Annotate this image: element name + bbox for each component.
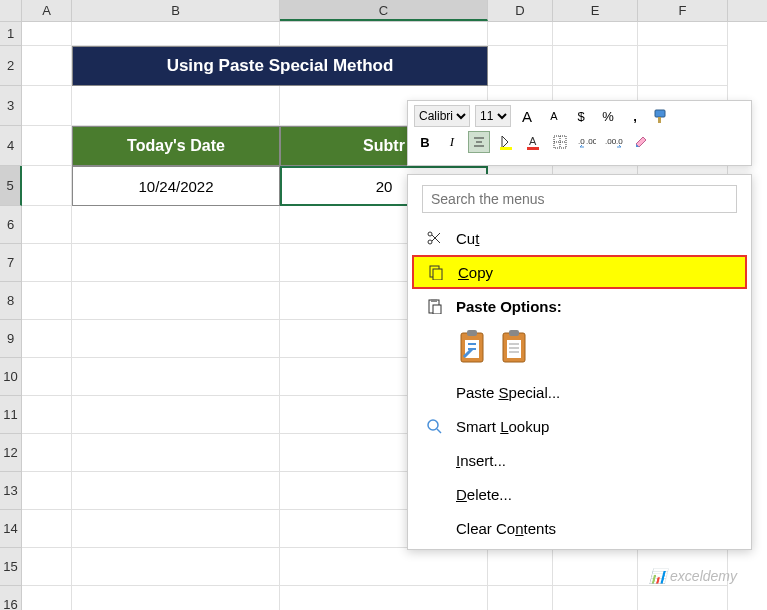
paste-default-icon[interactable]	[458, 329, 488, 365]
cell[interactable]	[22, 320, 72, 358]
menu-cut[interactable]: Cut	[408, 221, 751, 255]
cell[interactable]	[22, 358, 72, 396]
cell[interactable]	[553, 548, 638, 586]
percent-button[interactable]: %	[597, 105, 619, 127]
row-header-4[interactable]: 4	[0, 126, 22, 166]
cell[interactable]	[22, 510, 72, 548]
row-header-5[interactable]: 5	[0, 166, 22, 206]
cell[interactable]	[488, 46, 553, 86]
cell[interactable]	[22, 586, 72, 610]
col-header-c[interactable]: C	[280, 0, 488, 21]
cell[interactable]	[72, 206, 280, 244]
cell[interactable]	[280, 548, 488, 586]
cell[interactable]	[72, 22, 280, 46]
cell[interactable]	[553, 22, 638, 46]
menu-label: Paste Options:	[456, 298, 741, 315]
cell[interactable]	[72, 358, 280, 396]
font-color-icon[interactable]: A	[522, 131, 544, 153]
row-header-8[interactable]: 8	[0, 282, 22, 320]
col-header-a[interactable]: A	[22, 0, 72, 21]
row-header-14[interactable]: 14	[0, 510, 22, 548]
cell[interactable]	[72, 586, 280, 610]
cell[interactable]	[72, 282, 280, 320]
cell[interactable]	[72, 320, 280, 358]
cell[interactable]	[22, 46, 72, 86]
font-family-select[interactable]: Calibri	[414, 105, 470, 127]
row-header-15[interactable]: 15	[0, 548, 22, 586]
cell[interactable]	[72, 472, 280, 510]
col-header-f[interactable]: F	[638, 0, 728, 21]
cell[interactable]	[488, 548, 553, 586]
row-header-2[interactable]: 2	[0, 46, 22, 86]
cell[interactable]	[280, 586, 488, 610]
cell[interactable]	[22, 166, 72, 206]
blank-icon	[424, 484, 444, 504]
col-header-e[interactable]: E	[553, 0, 638, 21]
cell[interactable]	[22, 434, 72, 472]
align-center-icon[interactable]	[468, 131, 490, 153]
cell[interactable]	[72, 86, 280, 126]
paste-values-icon[interactable]	[500, 329, 530, 365]
row-header-6[interactable]: 6	[0, 206, 22, 244]
menu-clear-contents[interactable]: Clear Contents	[408, 511, 751, 545]
watermark: 📊 exceldemy	[649, 568, 737, 584]
menu-insert[interactable]: Insert...	[408, 443, 751, 477]
fill-color-icon[interactable]	[495, 131, 517, 153]
cell[interactable]	[22, 282, 72, 320]
row-header-12[interactable]: 12	[0, 434, 22, 472]
cell[interactable]	[638, 586, 728, 610]
cell[interactable]	[22, 244, 72, 282]
menu-copy[interactable]: Copy	[412, 255, 747, 289]
font-size-select[interactable]: 11	[475, 105, 511, 127]
menu-search-input[interactable]	[422, 185, 737, 213]
row-header-10[interactable]: 10	[0, 358, 22, 396]
cell[interactable]	[72, 510, 280, 548]
cell[interactable]	[22, 22, 72, 46]
cell[interactable]	[72, 244, 280, 282]
select-all-corner[interactable]	[0, 0, 22, 21]
cell[interactable]	[22, 548, 72, 586]
col-header-b[interactable]: B	[72, 0, 280, 21]
comma-button[interactable]: ,	[624, 105, 646, 127]
row-header-1[interactable]: 1	[0, 22, 22, 46]
cell[interactable]	[553, 586, 638, 610]
decrease-font-icon[interactable]: A	[543, 105, 565, 127]
borders-icon[interactable]	[549, 131, 571, 153]
format-painter-icon[interactable]	[651, 105, 673, 127]
decrease-decimal-icon[interactable]: .00.0	[603, 131, 625, 153]
bold-button[interactable]: B	[414, 131, 436, 153]
menu-paste-special[interactable]: Paste Special...	[408, 375, 751, 409]
cell[interactable]	[22, 206, 72, 244]
cell[interactable]	[22, 472, 72, 510]
cell[interactable]	[22, 396, 72, 434]
row-header-13[interactable]: 13	[0, 472, 22, 510]
cell[interactable]	[638, 46, 728, 86]
currency-button[interactable]: $	[570, 105, 592, 127]
header-todays-date[interactable]: Today's Date	[72, 126, 280, 166]
col-header-d[interactable]: D	[488, 0, 553, 21]
row-header-16[interactable]: 16	[0, 586, 22, 610]
cell[interactable]	[72, 434, 280, 472]
cell[interactable]	[280, 22, 488, 46]
menu-delete[interactable]: Delete...	[408, 477, 751, 511]
cell-date[interactable]: 10/24/2022	[72, 166, 280, 206]
row-header-3[interactable]: 3	[0, 86, 22, 126]
row-header-7[interactable]: 7	[0, 244, 22, 282]
clear-format-icon[interactable]	[630, 131, 652, 153]
cell[interactable]	[553, 46, 638, 86]
increase-decimal-icon[interactable]: .0.00	[576, 131, 598, 153]
cell[interactable]	[638, 22, 728, 46]
row-header-11[interactable]: 11	[0, 396, 22, 434]
cell[interactable]	[488, 22, 553, 46]
menu-smart-lookup[interactable]: Smart Lookup	[408, 409, 751, 443]
cell[interactable]	[488, 586, 553, 610]
copy-icon	[426, 262, 446, 282]
italic-button[interactable]: I	[441, 131, 463, 153]
cell[interactable]	[22, 86, 72, 126]
cell[interactable]	[22, 126, 72, 166]
cell[interactable]	[72, 396, 280, 434]
row-header-9[interactable]: 9	[0, 320, 22, 358]
cell[interactable]	[72, 548, 280, 586]
increase-font-icon[interactable]: A	[516, 105, 538, 127]
title-cell[interactable]: Using Paste Special Method	[72, 46, 488, 86]
